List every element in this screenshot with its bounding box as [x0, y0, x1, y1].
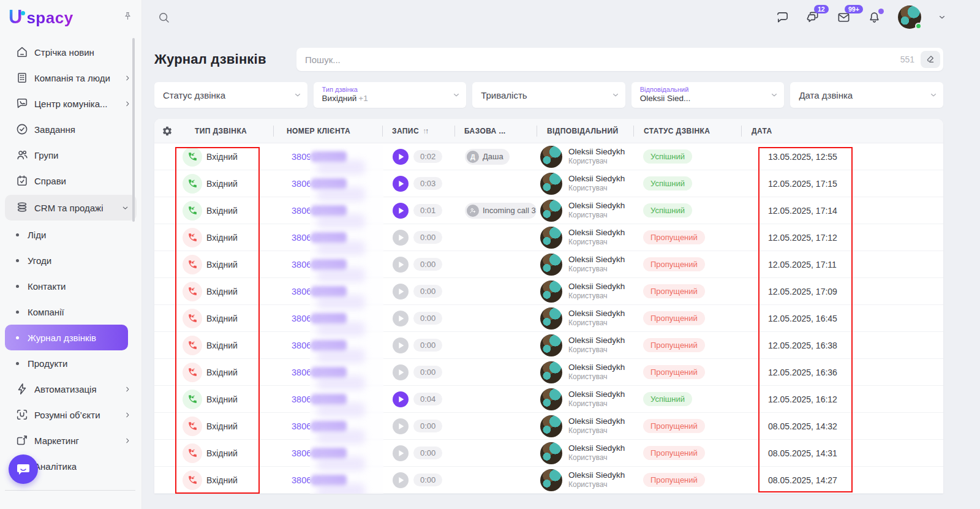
sidebar-item-Завдання[interactable]: Завдання: [0, 116, 141, 142]
table-row[interactable]: Вхідний3806690:00Oleksii SiedykhКористув…: [154, 305, 943, 332]
status-badge: Пропущений: [643, 311, 705, 325]
clear-search-button[interactable]: [921, 51, 940, 68]
column-header-resp[interactable]: ВІДПОВІДАЛЬНИЙ: [537, 127, 633, 135]
client-number-link[interactable]: 380669: [292, 475, 321, 485]
play-record-button[interactable]: [393, 149, 409, 165]
profile-chevron-icon[interactable]: [938, 13, 946, 21]
column-header-record[interactable]: ЗАПИС↑↑: [382, 127, 454, 135]
play-record-button[interactable]: [393, 203, 409, 219]
sidebar-subitem[interactable]: Ліди: [0, 222, 141, 247]
client-number-link[interactable]: 380669: [292, 394, 321, 404]
sidebar-subitem-call-log-active[interactable]: Журнал дзвінків: [5, 325, 128, 350]
messenger-icon[interactable]: 12: [806, 10, 820, 25]
global-search-icon[interactable]: [157, 11, 170, 24]
sort-arrows-icon[interactable]: ↑↑: [423, 127, 428, 135]
base-entity-chip[interactable]: ДДаша: [465, 149, 510, 165]
people-icon: [15, 148, 29, 162]
client-number-link[interactable]: 380669: [292, 233, 321, 243]
table-row[interactable]: Вхідний3806690:00Oleksii SiedykhКористув…: [154, 359, 943, 386]
sidebar-item-crm-section[interactable]: CRM та продажі: [5, 195, 137, 221]
uspacy-logo[interactable]: Uspacy: [9, 6, 74, 28]
play-record-button[interactable]: [393, 257, 409, 273]
table-row[interactable]: Вхідний3806690:00Oleksii SiedykhКористув…: [154, 332, 943, 359]
cell-record: 0:01: [382, 203, 454, 219]
sidebar-subitem[interactable]: Компанії: [0, 299, 141, 325]
client-number-link[interactable]: 380669: [292, 287, 321, 296]
play-record-button[interactable]: [393, 284, 409, 300]
play-record-button[interactable]: [393, 418, 409, 434]
column-header-number[interactable]: НОМЕР КЛІЄНТА: [273, 127, 382, 135]
user-avatar[interactable]: [898, 6, 921, 29]
sidebar-item-Маркетинг[interactable]: Маркетинг: [0, 428, 141, 453]
sidebar-subitem[interactable]: Угоди: [0, 247, 141, 273]
notifications-bell-icon[interactable]: [867, 10, 881, 25]
cell-client-number: 380669: [273, 287, 382, 296]
table-row[interactable]: Вхідний3806690:00Oleksii SiedykhКористув…: [154, 251, 943, 278]
client-number-link[interactable]: 380669: [292, 448, 321, 458]
table-row[interactable]: Вхідний3806690:03Oleksii SiedykhКористув…: [154, 170, 943, 197]
client-number-link[interactable]: 380669: [292, 260, 321, 270]
sidebar-item-Групи[interactable]: Групи: [0, 142, 141, 168]
sidebar-item-Справи[interactable]: Справи: [0, 168, 141, 194]
table-search-box[interactable]: 551: [296, 48, 943, 71]
filter-placeholder: Статус дзвінка: [163, 90, 289, 100]
column-header-type[interactable]: ТИП ДЗВІНКА: [180, 127, 273, 135]
sidebar-item-Центр комуніка...[interactable]: Центр комуніка...: [0, 91, 141, 116]
client-number-link[interactable]: 380669: [292, 314, 321, 323]
table-row[interactable]: Вхідний3806690:00Oleksii SiedykhКористув…: [154, 467, 943, 494]
pin-sidebar-icon[interactable]: [123, 11, 133, 24]
play-record-button[interactable]: [393, 364, 409, 380]
table-settings-gear-icon[interactable]: [154, 126, 180, 137]
play-record-button[interactable]: [393, 472, 409, 488]
column-header-status[interactable]: СТАТУС ДЗВІНКА: [633, 127, 741, 135]
sidebar-item-Автоматизація[interactable]: Автоматизація: [0, 376, 141, 402]
play-record-button[interactable]: [393, 230, 409, 246]
call-type-label: Вхідний: [206, 287, 238, 296]
search-input[interactable]: [305, 55, 894, 65]
table-row[interactable]: Вхідний3806690:00Oleksii SiedykhКористув…: [154, 440, 943, 467]
filter-dropdown-1[interactable]: Тип дзвінкаВихідний+1: [314, 82, 467, 108]
play-record-button[interactable]: [393, 337, 409, 353]
table-row[interactable]: Вхідний3809570:02ДДашаOleksii SiedykhКор…: [154, 143, 943, 170]
sidebar-scrollbar[interactable]: [132, 38, 135, 222]
play-record-button[interactable]: [393, 176, 409, 192]
status-badge: Успішний: [643, 392, 692, 406]
client-number-link[interactable]: 380957: [292, 152, 321, 162]
client-number-link[interactable]: 380669: [292, 206, 321, 216]
feedback-chat-icon[interactable]: [775, 10, 790, 25]
play-record-button[interactable]: [393, 311, 409, 326]
table-row[interactable]: Вхідний3806690:00Oleksii SiedykhКористув…: [154, 278, 943, 305]
table-row[interactable]: Вхідний3806690:00Oleksii SiedykhКористув…: [154, 413, 943, 440]
filter-dropdown-4[interactable]: Дата дзвінка: [790, 82, 943, 108]
client-number-link[interactable]: 380669: [292, 341, 321, 350]
table-row[interactable]: Вхідний3806690:01Incoming call 3Oleksii …: [154, 197, 943, 224]
sidebar-item-Розумні об’єкти[interactable]: Розумні об’єкти: [0, 402, 141, 428]
client-number-link[interactable]: 380669: [292, 368, 321, 377]
person-plus-icon: [467, 205, 479, 217]
responsible-name: Oleksii Siedykh: [568, 470, 625, 480]
play-record-button[interactable]: [393, 445, 409, 461]
client-number-link[interactable]: 380669: [292, 421, 321, 431]
table-row[interactable]: Вхідний3806690:00Oleksii SiedykhКористув…: [154, 224, 943, 251]
check-circle-icon: [15, 123, 29, 136]
sidebar-subitem[interactable]: Продукти: [0, 350, 141, 376]
column-header-date[interactable]: ДАТА: [741, 127, 943, 135]
crm-icon: [15, 201, 29, 214]
sidebar-item-Компанія та люди[interactable]: Компанія та люди: [0, 65, 141, 91]
filter-dropdown-0[interactable]: Статус дзвінка: [154, 82, 307, 108]
base-entity-chip[interactable]: Incoming call 3: [465, 203, 537, 219]
mail-icon[interactable]: 99+: [837, 10, 851, 25]
filter-dropdown-3[interactable]: ВідповідальнийOleksii Sied...: [631, 82, 785, 108]
filter-dropdown-2[interactable]: Тривалість: [472, 82, 625, 108]
responsible-name: Oleksii Siedykh: [568, 309, 625, 319]
table-row[interactable]: Вхідний3806690:04Oleksii SiedykhКористув…: [154, 386, 943, 413]
incoming-call-icon: [183, 174, 202, 194]
play-record-button[interactable]: [393, 391, 409, 407]
sidebar-subitem[interactable]: Контакти: [0, 273, 141, 299]
support-chat-button[interactable]: [9, 454, 38, 484]
cell-client-number: 380669: [273, 179, 382, 189]
column-header-base[interactable]: БАЗОВА ...: [454, 127, 537, 135]
client-number-link[interactable]: 380669: [292, 179, 321, 189]
responsible-avatar: [540, 334, 562, 356]
sidebar-item-Стрічка новин[interactable]: Стрічка новин: [0, 39, 141, 65]
